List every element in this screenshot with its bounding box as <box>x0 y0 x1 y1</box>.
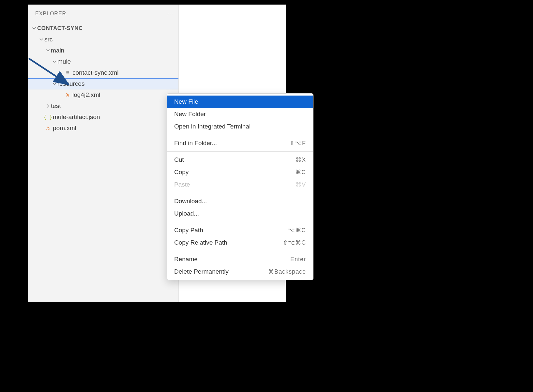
chevron-down-icon <box>52 60 57 64</box>
tree-root-label: CONTACT-SYNC <box>37 25 83 32</box>
menu-item-label: Copy Relative Path <box>174 239 227 246</box>
menu-item-label: Delete Permanently <box>174 268 229 275</box>
folder-label: mule <box>57 58 71 65</box>
file-label: log4j2.xml <box>72 91 100 98</box>
folder-label: test <box>51 102 61 110</box>
menu-item-copy-relative-path[interactable]: Copy Relative Path⇧⌥⌘C <box>167 236 313 249</box>
menu-item-new-file[interactable]: New File <box>167 96 313 108</box>
menu-separator <box>167 251 313 251</box>
menu-item-new-folder[interactable]: New Folder <box>167 108 313 120</box>
menu-item-label: New File <box>174 98 198 105</box>
menu-item-shortcut: ⇧⌥⌘C <box>283 239 306 246</box>
chevron-down-icon <box>38 38 44 41</box>
more-actions-icon[interactable]: ··· <box>167 10 173 17</box>
menu-item-shortcut: ⌘Backspace <box>268 268 306 275</box>
menu-item-label: Download... <box>174 198 207 205</box>
chevron-right-icon <box>45 104 51 108</box>
chevron-down-icon <box>31 26 37 30</box>
menu-item-label: Rename <box>174 256 198 263</box>
menu-item-open-in-integrated-terminal[interactable]: Open in Integrated Terminal <box>167 120 313 133</box>
menu-item-shortcut: ⇧⌥F <box>290 140 306 147</box>
file-tree: CONTACT-SYNC src main mule <box>28 23 178 134</box>
menu-item-delete-permanently[interactable]: Delete Permanently⌘Backspace <box>167 265 313 278</box>
menu-item-label: Copy Path <box>174 227 203 234</box>
menu-item-shortcut: ⌘V <box>296 181 306 188</box>
file-contact-sync-xml[interactable]: ≣ contact-sync.xml <box>28 67 178 78</box>
menu-item-label: Cut <box>174 156 184 163</box>
folder-main[interactable]: main <box>28 45 178 56</box>
menu-separator <box>167 222 313 222</box>
menu-item-shortcut: ⌥⌘C <box>288 227 306 234</box>
xml-file-icon <box>44 126 52 130</box>
menu-separator <box>167 151 313 152</box>
folder-label: main <box>51 47 64 54</box>
menu-item-copy-path[interactable]: Copy Path⌥⌘C <box>167 224 313 236</box>
explorer-header: EXPLORER ··· <box>28 5 178 23</box>
menu-item-label: Paste <box>174 181 190 188</box>
editor-window: EXPLORER ··· CONTACT-SYNC src main <box>28 5 286 302</box>
file-log4j2-xml[interactable]: log4j2.xml <box>28 89 178 100</box>
explorer-sidebar: EXPLORER ··· CONTACT-SYNC src main <box>28 5 179 302</box>
chevron-down-icon <box>52 82 57 86</box>
menu-item-copy[interactable]: Copy⌘C <box>167 166 313 178</box>
menu-separator <box>167 193 313 193</box>
folder-test[interactable]: test <box>28 100 178 112</box>
file-icon: ≣ <box>64 70 71 76</box>
menu-item-upload[interactable]: Upload... <box>167 207 313 220</box>
file-label: mule-artifact.json <box>53 113 100 121</box>
menu-item-paste: Paste⌘V <box>167 178 313 191</box>
menu-item-label: Find in Folder... <box>174 140 217 147</box>
xml-file-icon <box>64 93 71 97</box>
folder-mule[interactable]: mule <box>28 56 178 67</box>
menu-item-download[interactable]: Download... <box>167 195 313 207</box>
menu-item-shortcut: ⌘C <box>295 169 306 176</box>
tree-root-contact-sync[interactable]: CONTACT-SYNC <box>28 23 178 34</box>
file-label: contact-sync.xml <box>72 69 118 76</box>
svg-point-0 <box>66 96 67 97</box>
menu-item-label: Upload... <box>174 210 199 217</box>
chevron-down-icon <box>45 49 51 53</box>
folder-label: resources <box>57 80 84 87</box>
menu-item-shortcut: Enter <box>290 256 306 263</box>
file-label: pom.xml <box>53 125 76 132</box>
explorer-title: EXPLORER <box>35 11 66 17</box>
menu-item-find-in-folder[interactable]: Find in Folder...⇧⌥F <box>167 137 313 149</box>
menu-item-shortcut: ⌘X <box>296 156 306 163</box>
file-mule-artifact-json[interactable]: { } mule-artifact.json <box>28 112 178 123</box>
menu-item-cut[interactable]: Cut⌘X <box>167 154 313 166</box>
folder-resources[interactable]: resources <box>28 78 178 89</box>
menu-separator <box>167 135 313 135</box>
folder-label: src <box>44 36 53 43</box>
menu-item-rename[interactable]: RenameEnter <box>167 253 313 265</box>
json-file-icon: { } <box>44 114 52 120</box>
folder-src[interactable]: src <box>28 34 178 45</box>
menu-item-label: Open in Integrated Terminal <box>174 123 251 130</box>
menu-item-label: New Folder <box>174 111 206 118</box>
svg-point-1 <box>46 129 47 130</box>
file-pom-xml[interactable]: pom.xml <box>28 123 178 134</box>
menu-item-label: Copy <box>174 169 189 176</box>
context-menu: New FileNew FolderOpen in Integrated Ter… <box>167 93 313 280</box>
